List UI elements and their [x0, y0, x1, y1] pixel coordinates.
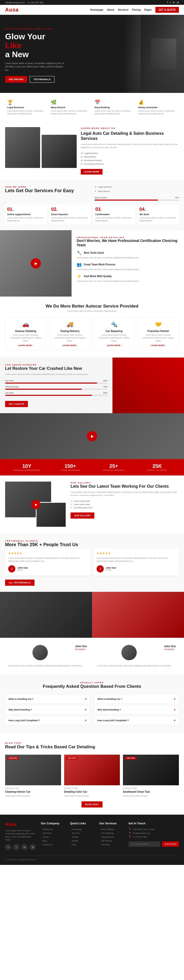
- cert-item-1-text: Lorem ipsum dolor sit amet, consectetur …: [77, 256, 179, 259]
- franchise-learn-more[interactable]: LEARN MORE ›: [141, 344, 176, 347]
- footer-quicklink-4[interactable]: Gallery: [70, 839, 94, 843]
- nav-pages[interactable]: Pages: [144, 8, 152, 11]
- branch-icon: 🌿: [51, 100, 90, 105]
- footer-instagram-icon[interactable]: in: [21, 844, 27, 850]
- blog-text-3: Lorem ipsum dolor sit amet.: [123, 794, 179, 797]
- legal-icon: 🏆: [7, 100, 46, 105]
- faq-item-1[interactable]: What Is Detailing Car ? +: [5, 694, 90, 703]
- features-row: 🏆 Legal Business Lorem ipsum dolor sit a…: [0, 93, 184, 122]
- testimonials-title: More Than 25K + People Trust Us: [5, 542, 179, 547]
- footer-youtube-icon[interactable]: yt: [30, 844, 36, 850]
- profile-2-header: John One FOUNDER: [97, 645, 176, 662]
- step-2: 02. Down Payment Lorem ipsum dolor sit a…: [49, 205, 91, 224]
- cert-item-2-title: Great Team Work Process: [84, 263, 115, 266]
- progress-likenew-label: Like New 85%: [5, 392, 107, 394]
- about-list: Legal Business Many Branch All Money Pro…: [81, 151, 179, 166]
- profile-1: John One FOUNDER Lorem ipsum dolor sit a…: [5, 642, 90, 670]
- repairing-learn-more[interactable]: LEARN MORE ›: [96, 344, 132, 347]
- footer-service-5[interactable]: Franchise: [99, 843, 123, 846]
- testi-name-2: John Doe: [106, 566, 116, 569]
- nav-about[interactable]: About: [107, 8, 114, 11]
- faq-tag: USUALLY ASKED: [5, 681, 179, 684]
- faq-q-5: Why Need Detailing ?: [98, 708, 121, 711]
- testimonials-grid: ★★★★★ Lorem ipsum dolor sit amet, consec…: [5, 549, 179, 576]
- blog-category-2: CAR TIPS: [66, 757, 78, 759]
- blog-post-button[interactable]: BLOG POST: [82, 801, 102, 808]
- services-grid: 🚗 Autocar Detailing Lorem ipsum dolor si…: [5, 317, 179, 350]
- gallery-button[interactable]: OUR GALLERY: [70, 512, 94, 519]
- facebook-icon[interactable]: f: [167, 1, 168, 4]
- all-testimonials-button[interactable]: ALL TESTIMONIALS: [5, 579, 35, 586]
- footer-newsletter: SUBSCRIBE: [128, 842, 179, 847]
- about-text: Lorem ipsum dolor sit amet, consectetur …: [81, 143, 179, 149]
- progress-color-fill: [5, 389, 82, 390]
- feature-guarantee-title: Money Guarantee: [138, 106, 177, 109]
- step-3-title: Confirmation: [95, 213, 133, 216]
- nav-homepage[interactable]: Homepage: [90, 8, 103, 11]
- see-pricing-button[interactable]: SEE PRICING: [5, 76, 27, 83]
- footer-link-contact[interactable]: Contact Us: [41, 843, 65, 846]
- guarantee-icon: 💰: [138, 100, 177, 105]
- team-play-button[interactable]: [31, 500, 40, 509]
- testi-text-1: Lorem ipsum dolor sit amet, consectetur …: [8, 557, 87, 563]
- footer-service-1[interactable]: Auto Detailing: [99, 827, 123, 831]
- feature-legal-text: Lorem ipsum dolor sit amet, consectetur …: [7, 110, 46, 115]
- footer-link-career[interactable]: Career: [41, 835, 65, 839]
- repairing-title: Car Repairing: [96, 330, 132, 332]
- newsletter-input[interactable]: [128, 842, 160, 847]
- play-button[interactable]: [30, 258, 41, 269]
- footer-link-about[interactable]: About Ausa: [41, 827, 65, 831]
- blog-section: BLOG POST Read Our Tips & Tricks Based C…: [0, 734, 184, 815]
- footer-services-heading: Our Services: [99, 822, 123, 825]
- nav-services[interactable]: Services: [118, 8, 128, 11]
- services-header-left: HOW WE WORK Lets Get Our Services For Ea…: [5, 186, 90, 200]
- footer-facebook-icon[interactable]: f: [5, 844, 11, 850]
- testi-role-2: Clients: [106, 569, 116, 571]
- stat-experience-label: WORKED EXPERIENCE: [5, 469, 48, 471]
- learn-more-button[interactable]: LEARN MORE: [81, 169, 102, 175]
- progress-likenew-bar: [5, 395, 107, 396]
- detailing-learn-more[interactable]: LEARN MORE ›: [8, 344, 43, 347]
- faq-item-6[interactable]: How Long Until Completed ? +: [94, 716, 179, 725]
- nav-pricing[interactable]: Pricing: [132, 8, 141, 11]
- blog-tag: BLOG POST: [5, 742, 22, 744]
- faq-item-2[interactable]: Why Need Detailing ? +: [5, 705, 90, 714]
- testi-card-1: ★★★★★ Lorem ipsum dolor sit amet, consec…: [5, 549, 90, 576]
- footer-link-blog[interactable]: Blog: [41, 839, 65, 843]
- twitter-icon[interactable]: t: [170, 1, 171, 4]
- footer-quicklink-5[interactable]: FAQ: [70, 843, 94, 846]
- footer-quicklink-1[interactable]: Homepage: [70, 827, 94, 831]
- footer-quicklink-2[interactable]: Services: [70, 831, 94, 835]
- team-list: Lorem andis doke Lorem andis doke Someth…: [70, 500, 179, 509]
- youtube-icon[interactable]: yt: [177, 1, 179, 4]
- profile-2-name: John One: [164, 645, 176, 648]
- video-play-button[interactable]: [87, 431, 97, 441]
- towing-learn-more[interactable]: LEARN MORE ›: [52, 344, 88, 347]
- faq-plus-icon-5: +: [174, 708, 176, 711]
- feature-booking: 📅 Easy Booking Lorem ipsum dolor sit ame…: [93, 97, 135, 117]
- footer-quicklink-3[interactable]: Pricing: [70, 835, 94, 839]
- footer-service-2[interactable]: Car Repairing: [99, 831, 123, 835]
- linkedin-icon[interactable]: in: [173, 1, 175, 4]
- service-card-franchise: 🤝 Franchise Partner Lorem ipsum dolor si…: [138, 317, 179, 350]
- testimonials-button[interactable]: TESTIMONIALS: [30, 76, 54, 83]
- faq-item-4[interactable]: What Is Detailing Car ? +: [94, 694, 179, 703]
- video-section: [0, 413, 184, 459]
- service-provided-title: We Do More Better Autocar Service Provid…: [5, 304, 179, 309]
- newsletter-subscribe-button[interactable]: SUBSCRIBE: [162, 842, 179, 847]
- footer-link-team[interactable]: Our Team: [41, 831, 65, 835]
- progress-fill: [94, 200, 158, 200]
- blog-post-title-2: Detailing Color Car: [64, 790, 120, 794]
- get-quote-button[interactable]: GET A QUOTE: [155, 7, 179, 13]
- footer-service-4[interactable]: Car Painting: [99, 839, 123, 843]
- cert-item-3-text: Lorem ipsum dolor sit amet, consectetur …: [77, 280, 179, 283]
- profile-1-role: FOUNDER: [75, 648, 87, 651]
- logo: Ausa: [5, 7, 19, 13]
- get-quote-restore-button[interactable]: GET A QUOTE: [5, 401, 28, 407]
- faq-item-5[interactable]: Why Need Detailing ? +: [94, 705, 179, 714]
- faq-item-3[interactable]: How Long Until Completed ? +: [5, 716, 90, 725]
- footer-twitter-icon[interactable]: t: [13, 844, 19, 850]
- service-provided-subtitle: Lorem ipsum dolor sit amet, consectetur …: [5, 310, 179, 312]
- stat-team: 150+ TEAM WORKING: [48, 463, 92, 471]
- footer-service-3[interactable]: Towing Service: [99, 835, 123, 839]
